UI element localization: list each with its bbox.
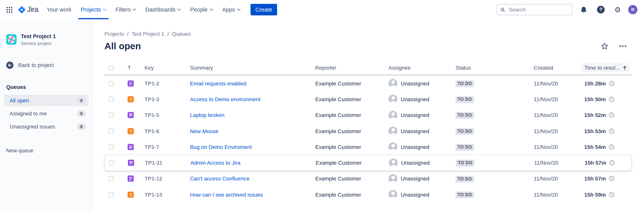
breadcrumb-separator: / [127, 31, 128, 37]
created-date: 11/Nov/20 [534, 128, 558, 134]
row-checkbox[interactable] [108, 176, 114, 182]
created-date: 11/Nov/20 [534, 192, 558, 198]
create-button[interactable]: Create [250, 4, 277, 15]
reporter-name: Example Customer [315, 128, 361, 134]
nav-item-projects[interactable]: Projects [76, 0, 111, 19]
user-avatar[interactable]: R [628, 5, 638, 14]
table-row[interactable]: ? TP1-12 Can't access Confluence Example… [104, 171, 632, 187]
jira-logo-text: Jira [27, 5, 38, 14]
table-row[interactable]: ? TP1-3 Access to Demo environment Examp… [104, 91, 632, 107]
time-to-resolution: 15h 52m [584, 112, 606, 118]
clock-icon [608, 144, 615, 150]
reporter-name: Example Customer [315, 80, 361, 86]
time-to-resolution: 15h 53m [584, 128, 606, 134]
row-checkbox[interactable] [108, 144, 114, 150]
jira-logo[interactable]: Jira [17, 5, 38, 14]
sidebar-item-assigned-to-me[interactable]: Assigned to me 0 [4, 108, 89, 119]
star-favorite-button[interactable] [598, 40, 611, 52]
issue-summary-link[interactable]: Bug on Demo Enviroment [190, 144, 252, 150]
table-row[interactable]: ? TP1-2 Email requests enabled Example C… [104, 75, 632, 91]
question-icon: ? [129, 129, 132, 133]
issue-type-icon: ? [128, 80, 134, 86]
issue-summary-link[interactable]: Access to Demo environment [190, 96, 260, 102]
clock-icon [608, 96, 615, 102]
row-checkbox[interactable] [108, 112, 114, 118]
queue-count-badge: 8 [77, 97, 86, 103]
column-header-assignee[interactable]: Assignee [388, 65, 456, 71]
chevron-down-icon [237, 8, 240, 11]
clock-icon [609, 160, 615, 166]
sidebar-divider [0, 76, 92, 76]
notifications-button[interactable] [578, 4, 590, 15]
breadcrumb: Projects / Test Project 1 / Queues [104, 31, 632, 37]
assignee-avatar [388, 143, 397, 151]
issue-summary-link[interactable]: New Mouse [190, 128, 218, 134]
nav-item-dashboards[interactable]: Dashboards [141, 0, 186, 19]
search-box[interactable] [496, 4, 573, 15]
table-row[interactable]: ? TP1-11 Admin Access to Jira Example Cu… [104, 155, 632, 171]
issue-type-icon: ? [128, 112, 134, 118]
assignee-name: Unassigned [401, 112, 429, 118]
time-to-resolution: 15h 54m [584, 144, 606, 150]
top-navigation-bar: Jira Your work Projects Filters Dashboar… [0, 0, 644, 19]
column-header-reporter[interactable]: Reporter [315, 65, 388, 71]
breadcrumb-project-name[interactable]: Test Project 1 [132, 31, 164, 37]
assignee-avatar [388, 127, 397, 135]
assignee-avatar [389, 158, 398, 167]
row-checkbox[interactable] [109, 160, 114, 166]
reporter-name: Example Customer [315, 144, 361, 150]
clock-icon [608, 176, 615, 182]
time-to-resolution: 15h 50m [584, 96, 606, 102]
column-header-type[interactable]: T [126, 65, 144, 71]
issue-type-icon: ? [128, 128, 134, 134]
nav-item-filters[interactable]: Filters [111, 0, 141, 19]
app-switcher-icon[interactable] [4, 4, 15, 15]
issue-key: TP1-7 [144, 144, 159, 150]
issue-key: TP1-3 [144, 96, 159, 102]
issue-key: TP1-12 [144, 176, 162, 182]
row-checkbox[interactable] [108, 128, 114, 134]
assignee-name: Unassigned [401, 192, 429, 198]
issue-summary-link[interactable]: Can't access Confluence [190, 176, 250, 182]
table-row[interactable]: ? TP1-13 How can I see archived issues E… [104, 187, 632, 203]
nav-item-your-work[interactable]: Your work [42, 0, 76, 19]
row-checkbox[interactable] [108, 97, 114, 102]
select-all-checkbox[interactable] [108, 65, 114, 70]
table-row[interactable]: ? TP1-7 Bug on Demo Enviroment Example C… [104, 139, 632, 155]
issue-summary-link[interactable]: Email requests enabled [190, 80, 246, 86]
help-button[interactable]: ? [595, 3, 607, 16]
sidebar-item-all-open[interactable]: All open 8 [4, 94, 89, 106]
column-header-summary[interactable]: Summary [190, 65, 315, 71]
sidebar-item-unassigned-issues[interactable]: Unassigned issues 8 [4, 121, 89, 132]
issue-summary-link[interactable]: Admin Access to Jira [190, 160, 240, 166]
nav-item-apps[interactable]: Apps [218, 0, 245, 19]
time-to-resolution: 15h 57m [584, 176, 606, 182]
column-header-status[interactable]: Status [456, 65, 534, 71]
issue-summary-link[interactable]: How can I see archived issues [190, 192, 263, 198]
breadcrumb-projects[interactable]: Projects [104, 31, 124, 37]
column-header-key[interactable]: Key [144, 65, 190, 71]
nav-item-people[interactable]: People [186, 0, 218, 19]
row-checkbox[interactable] [108, 81, 114, 86]
breadcrumb-queues[interactable]: Queues [172, 31, 191, 37]
issue-summary-link[interactable]: Laptop broken [190, 112, 224, 118]
created-date: 11/Nov/20 [534, 160, 558, 166]
service-request-icon [129, 177, 132, 181]
search-input[interactable] [508, 6, 569, 13]
new-queue-button[interactable]: New queue [0, 147, 92, 153]
table-row[interactable]: ? TP1-5 Laptop broken Example Customer U… [104, 107, 632, 123]
column-header-created[interactable]: Created [534, 65, 583, 71]
column-header-time-to-resolution[interactable]: Time to resol... [582, 63, 630, 72]
service-request-icon [129, 82, 132, 85]
created-date: 11/Nov/20 [534, 144, 558, 150]
back-to-project-button[interactable]: Back to project [0, 61, 92, 69]
table-row[interactable]: ? TP1-6 New Mouse Example Customer Unass… [104, 123, 632, 139]
status-badge: TO DO [456, 80, 474, 87]
issue-type-icon: ? [128, 144, 134, 150]
queue-count-badge: 0 [77, 110, 86, 116]
more-actions-button[interactable] [619, 45, 626, 47]
status-badge: TO DO [456, 192, 474, 198]
row-checkbox[interactable] [108, 192, 114, 197]
queue-issues-table: T Key Summary Reporter Assignee Status C… [104, 61, 632, 203]
settings-button[interactable]: ⚙ [612, 4, 623, 15]
